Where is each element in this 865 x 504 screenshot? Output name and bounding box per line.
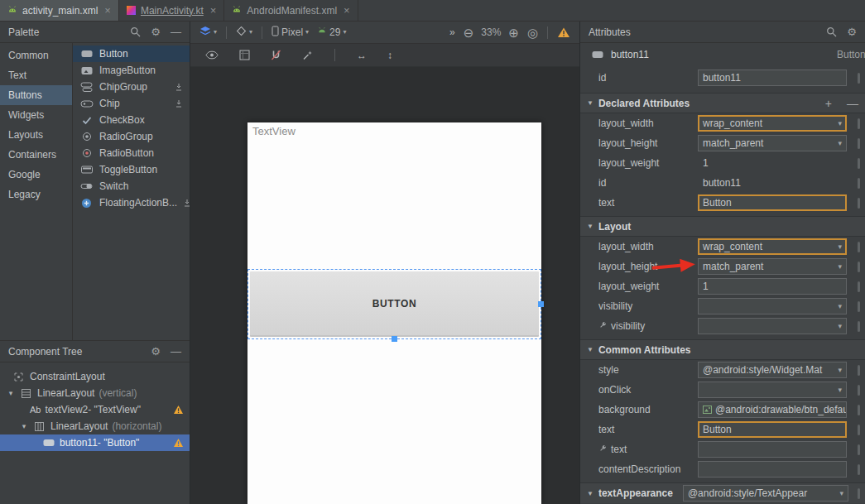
palette-item-chip[interactable]: Chip: [73, 95, 190, 112]
palette-item-floatingactionbutton[interactable]: FloatingActionB...: [73, 194, 190, 211]
overflow-chevrons-button[interactable]: »: [446, 25, 459, 40]
onclick-dropdown[interactable]: ▾: [698, 382, 847, 398]
pack-distribute-button[interactable]: ↕: [384, 48, 396, 63]
category-buttons[interactable]: Buttons: [0, 85, 72, 105]
layout-weight-value[interactable]: 1: [698, 157, 847, 169]
resize-handle-right[interactable]: [538, 301, 544, 307]
pin-indicator[interactable]: [858, 405, 860, 415]
pin-indicator[interactable]: [858, 385, 860, 396]
close-icon[interactable]: ×: [344, 5, 350, 16]
category-google[interactable]: Google: [0, 165, 72, 185]
palette-item-imagebutton[interactable]: ImageButton: [73, 62, 190, 79]
tab-androidmanifest-xml[interactable]: AndroidManifest.xml ×: [224, 0, 358, 21]
download-icon[interactable]: [175, 99, 183, 108]
select-design-surface-button[interactable]: [236, 48, 253, 62]
autoconnect-toggle-button[interactable]: [267, 48, 285, 62]
textview-widget[interactable]: TextView: [252, 125, 296, 137]
tree-item-constraintlayout[interactable]: ConstraintLayout: [0, 368, 190, 385]
section-layout[interactable]: ▼ Layout: [580, 216, 865, 237]
tree-item-button11[interactable]: button11- "Button": [0, 434, 190, 451]
section-textappearance[interactable]: ▼ textAppearance @android:style/TextAppe…: [580, 482, 865, 503]
download-icon[interactable]: [175, 83, 183, 91]
pin-indicator[interactable]: [858, 488, 860, 499]
layout-height-dropdown[interactable]: match_parent▾: [698, 258, 847, 275]
tools-text-input[interactable]: [698, 441, 847, 458]
download-icon[interactable]: [183, 199, 190, 207]
tab-mainactivity-kt[interactable]: MainActivity.kt ×: [119, 0, 224, 21]
search-icon[interactable]: [826, 26, 837, 37]
tree-item-linearlayout-vertical[interactable]: ▾ LinearLayout (vertical): [0, 385, 190, 401]
pin-indicator[interactable]: [858, 464, 860, 475]
design-canvas[interactable]: TextView BUTTON: [190, 67, 579, 504]
collapse-icon[interactable]: —: [171, 26, 181, 37]
tree-item-linearlayout-horizontal[interactable]: ▾ LinearLayout (horizontal): [0, 418, 190, 434]
zoom-in-button[interactable]: ⊕: [505, 25, 522, 41]
category-widgets[interactable]: Widgets: [0, 105, 72, 125]
pin-indicator[interactable]: [858, 242, 860, 252]
warnings-button[interactable]: [554, 25, 574, 40]
pin-indicator[interactable]: [858, 118, 860, 129]
text-input[interactable]: Button: [698, 194, 847, 211]
layout-width-dropdown[interactable]: wrap_content▾: [698, 238, 847, 255]
category-containers[interactable]: Containers: [0, 145, 72, 165]
pin-indicator[interactable]: [858, 178, 860, 189]
id-value[interactable]: button11: [698, 177, 847, 189]
id-input[interactable]: button11: [698, 70, 847, 86]
close-icon[interactable]: ×: [210, 5, 217, 16]
palette-item-radiobutton[interactable]: RadioButton: [73, 145, 190, 161]
pin-indicator[interactable]: [858, 281, 860, 292]
gear-icon[interactable]: ⚙: [847, 26, 857, 37]
view-options-button[interactable]: [202, 49, 222, 61]
api-level-selector[interactable]: 29 ▾: [314, 25, 349, 40]
device-selector[interactable]: Pixel ▾: [268, 24, 312, 41]
text-input[interactable]: Button: [698, 421, 847, 438]
layout-width-dropdown[interactable]: wrap_content▾: [698, 115, 847, 132]
textappearance-dropdown[interactable]: @android:style/TextAppear▾: [683, 485, 848, 502]
section-declared-attributes[interactable]: ▼ Declared Attributes + —: [580, 93, 865, 113]
pin-indicator[interactable]: [858, 365, 860, 376]
section-common-attributes[interactable]: ▼ Common Attributes: [580, 339, 865, 360]
button-widget[interactable]: BUTTON: [250, 271, 539, 337]
zoom-out-button[interactable]: ⊖: [460, 25, 478, 41]
category-text[interactable]: Text: [0, 65, 72, 85]
palette-item-checkbox[interactable]: CheckBox: [73, 112, 190, 128]
infer-constraints-button[interactable]: [299, 48, 316, 62]
close-icon[interactable]: ×: [104, 5, 111, 16]
pin-indicator[interactable]: [858, 73, 860, 84]
collapse-icon[interactable]: —: [171, 346, 181, 357]
tree-item-textview2[interactable]: Ab textView2- "TextView": [0, 401, 190, 418]
background-input[interactable]: @android:drawable/btn_defau: [698, 401, 847, 418]
chevron-down-icon[interactable]: ▾: [20, 422, 28, 430]
tab-activity-main-xml[interactable]: activity_main.xml ×: [0, 0, 119, 21]
orientation-button[interactable]: ▾: [233, 24, 256, 41]
resize-handle-bottom[interactable]: [392, 336, 397, 342]
category-legacy[interactable]: Legacy: [0, 185, 72, 204]
default-margins-button[interactable]: ↔: [353, 48, 370, 63]
pin-indicator[interactable]: [858, 301, 860, 312]
gear-icon[interactable]: ⚙: [151, 26, 161, 37]
contentdescription-input[interactable]: [698, 461, 847, 478]
pin-indicator[interactable]: [858, 198, 860, 209]
pin-indicator[interactable]: [858, 321, 860, 332]
zoom-fit-button[interactable]: ◎: [524, 25, 541, 41]
tools-visibility-dropdown[interactable]: ▾: [698, 318, 847, 334]
layout-weight-input[interactable]: 1: [698, 278, 847, 295]
palette-item-togglebutton[interactable]: ToggleButton: [73, 161, 190, 178]
search-icon[interactable]: [130, 26, 141, 37]
add-attribute-button[interactable]: +: [825, 98, 832, 109]
chevron-down-icon[interactable]: ▾: [7, 389, 15, 397]
palette-item-button[interactable]: Button: [73, 46, 190, 62]
gear-icon[interactable]: ⚙: [151, 346, 161, 357]
layout-height-dropdown[interactable]: match_parent▾: [698, 135, 847, 151]
category-common[interactable]: Common: [0, 46, 72, 65]
pin-indicator[interactable]: [858, 444, 860, 455]
device-artboard[interactable]: TextView BUTTON: [247, 122, 541, 504]
palette-item-switch[interactable]: Switch: [73, 178, 190, 194]
pin-indicator[interactable]: [858, 425, 860, 435]
pin-indicator[interactable]: [858, 262, 860, 272]
remove-attribute-button[interactable]: —: [847, 98, 858, 109]
category-layouts[interactable]: Layouts: [0, 125, 72, 145]
style-dropdown[interactable]: @android:style/Widget.Mat▾: [698, 362, 847, 378]
design-surface-button[interactable]: ▾: [196, 24, 220, 41]
visibility-dropdown[interactable]: ▾: [698, 298, 847, 314]
